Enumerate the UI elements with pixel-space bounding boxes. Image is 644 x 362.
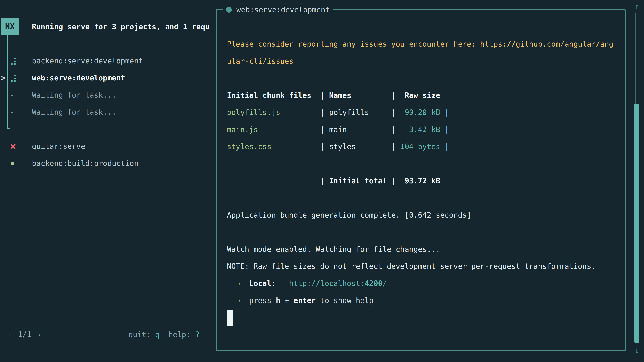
terminal-blank-line xyxy=(227,70,623,87)
task-label: web:serve:development xyxy=(32,69,125,86)
local-url-port[interactable]: 4200 xyxy=(364,279,382,288)
table-sep: | xyxy=(320,108,329,117)
sidebar-bottom-bar: ← 1/1 → quit: q help: ? xyxy=(9,326,200,343)
table-header-names: Names xyxy=(329,91,391,99)
task-label: Waiting for task... xyxy=(32,104,116,121)
chunk-table-header: Initial chunk files | Names | Raw size xyxy=(227,87,623,104)
scrollbar-track[interactable] xyxy=(635,13,638,104)
arrow-right-icon: → xyxy=(236,296,240,305)
selected-chevron-icon: > xyxy=(1,69,6,86)
page-prev-arrow[interactable]: ← xyxy=(9,330,14,339)
scroll-up-arrow[interactable]: ↑ xyxy=(632,1,642,11)
terminal-blank-line xyxy=(227,189,623,206)
table-header-rawsize: Raw size xyxy=(400,91,440,99)
help-text: + xyxy=(280,296,294,305)
page-indicator: 1/1 xyxy=(14,330,36,339)
quit-hint-label: quit: xyxy=(128,330,155,339)
spinner-icon xyxy=(10,69,17,86)
help-text: to show help xyxy=(316,296,374,305)
local-url-link[interactable]: http://localhost: xyxy=(276,279,364,288)
table-sep: | xyxy=(391,108,400,117)
task-row-guitar-serve[interactable]: guitar:serve xyxy=(0,138,216,155)
task-label: Waiting for task... xyxy=(32,86,116,104)
success-square-icon xyxy=(10,155,17,172)
terminal-cursor xyxy=(227,310,233,326)
note-line: NOTE: Raw file sizes do not reflect deve… xyxy=(227,258,623,275)
chunk-table-row-main: main.js | main | 3.42 kB | xyxy=(227,121,623,138)
local-url-line: → Local: http://localhost:4200/ xyxy=(227,275,623,292)
sidebar: NX Running serve for 3 projects, and 1 r… xyxy=(0,0,216,362)
watch-mode-line: Watch mode enabled. Watching for file ch… xyxy=(227,241,623,258)
table-sep: | xyxy=(391,125,400,134)
help-key: ? xyxy=(195,330,200,339)
arrow-right-icon: → xyxy=(236,279,240,288)
task-row-web-serve[interactable]: > web:serve:development xyxy=(0,69,216,86)
table-header-sep: | xyxy=(391,91,400,99)
terminal-blank-line xyxy=(227,224,623,241)
help-key-enter: enter xyxy=(294,296,316,305)
help-text: press xyxy=(240,296,276,305)
chunk-name: polyfills xyxy=(329,108,391,117)
pending-dot-icon xyxy=(10,86,17,104)
task-row-backend-serve[interactable]: backend:serve:development xyxy=(0,52,216,69)
page-next-arrow[interactable]: → xyxy=(36,330,40,339)
task-row-backend-build[interactable]: backend:build:production xyxy=(0,155,216,172)
table-sep: | xyxy=(440,108,449,117)
chunk-table-row-styles: styles.css | styles | 104 bytes | xyxy=(227,138,623,155)
scrollbar-thumb[interactable] xyxy=(634,104,639,343)
running-status-dot-icon xyxy=(226,7,232,12)
chunk-file: styles.css xyxy=(227,142,320,151)
chunk-table-total-row: | Initial total | 93.72 kB xyxy=(227,172,623,189)
chunk-file: main.js xyxy=(227,125,320,134)
chunk-size: 104 bytes xyxy=(400,142,440,151)
panel-title-text: web:serve:development xyxy=(236,2,330,17)
help-key-h: h xyxy=(276,296,280,305)
scroll-down-arrow[interactable]: ↓ xyxy=(632,346,642,356)
help-hint-line: → press h + enter to show help xyxy=(227,292,623,309)
terminal-blank-line xyxy=(227,155,623,172)
total-size: 93.72 kB xyxy=(400,176,440,185)
terminal-warning-line-1: Please consider reporting any issues you… xyxy=(227,35,623,53)
shortcut-hints: quit: q help: ? xyxy=(128,326,200,343)
nx-logo: NX xyxy=(1,17,19,35)
chunk-size: 3.42 kB xyxy=(400,125,440,134)
table-sep: | xyxy=(320,125,329,134)
task-label: backend:build:production xyxy=(32,155,138,172)
chunk-size: 90.20 kB xyxy=(400,108,440,117)
table-header-files: Initial chunk files xyxy=(227,91,320,99)
help-hint-label: help: xyxy=(160,330,195,339)
app-header-title: Running serve for 3 projects, and 1 requ xyxy=(32,18,214,35)
local-label: Local: xyxy=(240,279,276,288)
table-sep: | xyxy=(391,142,400,151)
task-row-waiting-1[interactable]: Waiting for task... xyxy=(0,86,216,104)
pagination: ← 1/1 → xyxy=(9,326,40,343)
total-label: Initial total xyxy=(329,176,391,185)
chunk-table-row-polyfills: polyfills.js | polyfills | 90.20 kB | xyxy=(227,104,623,121)
chunk-name: styles xyxy=(329,142,391,151)
table-header-sep: | xyxy=(320,91,329,99)
task-row-spacer xyxy=(0,121,216,138)
table-sep: | xyxy=(320,176,329,185)
chunk-file: polyfills.js xyxy=(227,108,320,117)
pending-dot-icon xyxy=(10,104,17,121)
task-row-waiting-2[interactable]: Waiting for task... xyxy=(0,104,216,121)
spinner-icon xyxy=(10,52,17,69)
task-label: guitar:serve xyxy=(32,138,85,155)
terminal-warning-line-2: ular-cli/issues xyxy=(227,53,623,70)
table-sep: | xyxy=(320,142,329,151)
terminal-output: Please consider reporting any issues you… xyxy=(227,35,623,309)
task-list: backend:serve:development > web:serve:de… xyxy=(0,52,216,172)
table-sep: | xyxy=(440,125,449,134)
task-label: backend:serve:development xyxy=(32,52,143,69)
failed-x-icon xyxy=(10,138,17,155)
table-sep: | xyxy=(440,142,449,151)
bundle-complete-line: Application bundle generation complete. … xyxy=(227,206,623,224)
quit-key: q xyxy=(155,330,160,339)
table-sep: | xyxy=(391,176,400,185)
table-pad xyxy=(227,176,320,185)
panel-title: web:serve:development xyxy=(223,2,333,17)
local-url-slash[interactable]: / xyxy=(382,279,387,288)
chunk-name: main xyxy=(329,125,391,134)
